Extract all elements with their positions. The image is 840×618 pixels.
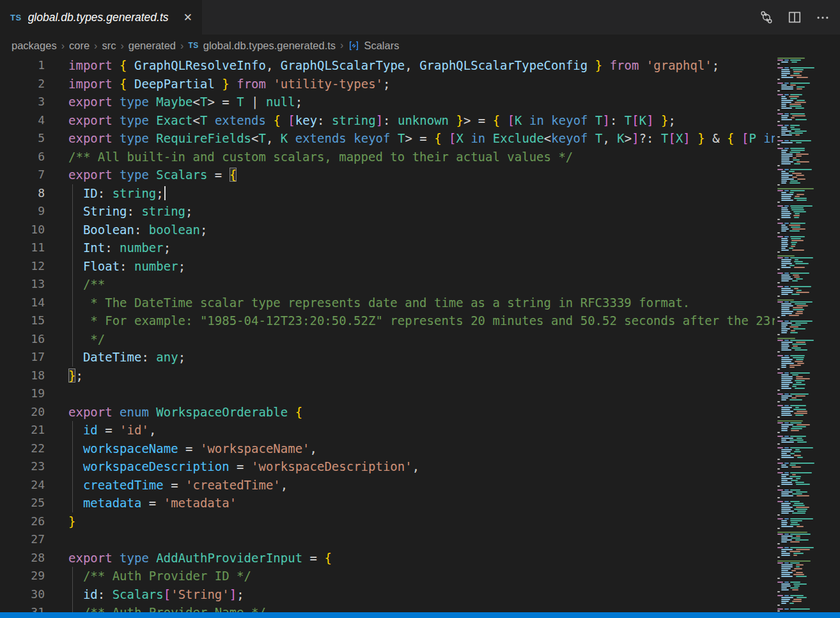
minimap-line — [777, 59, 783, 61]
minimap-line — [795, 349, 807, 351]
open-changes-icon[interactable] — [757, 8, 776, 27]
code-line[interactable]: 16 */ — [0, 330, 775, 349]
minimap-line — [777, 299, 794, 301]
code-line[interactable]: 26} — [0, 512, 775, 531]
minimap-line — [777, 188, 814, 189]
code-line[interactable]: 24 createdTime = 'createdTime', — [0, 476, 775, 495]
minimap-line — [789, 476, 801, 477]
minimap-line — [777, 591, 780, 592]
minimap-line — [792, 250, 805, 251]
minimap-line — [794, 288, 798, 289]
minimap-line — [791, 570, 796, 571]
minimap-line — [793, 211, 806, 212]
minimap[interactable] — [775, 56, 840, 612]
code-line[interactable]: 19 — [0, 384, 775, 403]
minimap-line — [781, 572, 793, 573]
minimap-line — [790, 518, 813, 519]
minimap-line — [795, 102, 805, 103]
code-line[interactable]: 20export enum WorkspaceOrderable { — [0, 403, 775, 422]
minimap-line — [781, 163, 791, 164]
code-line[interactable]: 7export type Scalars = { — [0, 166, 775, 184]
close-tab-icon[interactable]: ✕ — [180, 10, 196, 26]
code-line[interactable]: 28export type AddAuthProviderInput = { — [0, 549, 775, 567]
minimap-line — [790, 372, 810, 374]
code-line[interactable]: 17 DateTime: any; — [0, 348, 775, 367]
code-line[interactable]: 18}; — [0, 367, 775, 385]
code-line[interactable]: 4export type Exact<T extends { [key: str… — [0, 111, 775, 130]
minimap-line — [784, 286, 789, 287]
minimap-line — [781, 511, 794, 512]
code-line[interactable]: 22 workspaceName = 'workspaceName', — [0, 440, 775, 458]
split-editor-icon[interactable] — [785, 8, 804, 27]
code-line[interactable]: 29 /** Auth Provider ID */ — [0, 567, 775, 585]
line-number: 6 — [0, 148, 45, 166]
breadcrumb-file-label: global.db.types.generated.ts — [203, 40, 336, 52]
minimap-line — [784, 321, 789, 322]
code-line[interactable]: 8 ID: string; — [0, 184, 775, 203]
code-text: DateTime: any; — [68, 348, 185, 367]
more-actions-icon[interactable] — [813, 8, 832, 27]
code-line[interactable]: 1import { GraphQLResolveInfo, GraphQLSca… — [0, 56, 775, 75]
minimap-line — [791, 522, 798, 523]
code-line[interactable]: 15 * For example: "1985-04-12T23:20:50.5… — [0, 312, 775, 330]
minimap-line — [781, 71, 790, 72]
minimap-line — [795, 107, 804, 109]
minimap-line — [784, 169, 789, 170]
minimap-line — [791, 294, 799, 295]
tab-global-db-types-generated[interactable]: TS global.db.types.generated.ts ✕ — [0, 0, 202, 35]
code-line[interactable]: 6/** All built-in and custom scalars, ma… — [0, 148, 775, 166]
breadcrumb-item-generated[interactable]: generated — [128, 40, 176, 51]
code-line[interactable]: 2import { DeepPartial } from 'utility-ty… — [0, 75, 775, 93]
code-line[interactable]: 10 Boolean: boolean; — [0, 221, 775, 239]
code-area[interactable]: 1import { GraphQLResolveInfo, GraphQLSca… — [0, 56, 775, 612]
minimap-line — [790, 447, 813, 448]
minimap-line — [792, 228, 805, 230]
minimap-line — [781, 248, 786, 249]
minimap-line — [781, 476, 786, 477]
minimap-line — [791, 244, 797, 245]
minimap-line — [777, 136, 780, 138]
minimap-line — [777, 582, 783, 583]
minimap-line — [790, 321, 813, 322]
breadcrumb-item-file[interactable]: TS global.db.types.generated.ts — [188, 40, 336, 52]
minimap-line — [789, 182, 800, 184]
code-line[interactable]: 25 metadata = 'metadata' — [0, 494, 775, 512]
breadcrumb-item-symbol[interactable]: Scalars — [348, 40, 399, 52]
minimap-line — [781, 426, 789, 427]
minimap-line — [784, 372, 789, 374]
code-line[interactable]: 27 — [0, 530, 775, 549]
code-line[interactable]: 30 id: Scalars['String']; — [0, 585, 775, 604]
code-text: /** Auth Provider ID */ — [68, 567, 251, 585]
code-line[interactable]: 31 /** Auth Provider Name */ — [0, 603, 775, 612]
minimap-line — [795, 303, 806, 305]
code-line[interactable]: 14 * The DateTime scalar type represents… — [0, 294, 775, 312]
minimap-line — [781, 200, 793, 201]
minimap-line — [777, 486, 780, 487]
breadcrumb-item-packages[interactable]: packages — [12, 40, 57, 51]
line-number: 19 — [0, 384, 45, 403]
minimap-line — [794, 509, 807, 510]
code-line[interactable]: 11 Int: number; — [0, 239, 775, 257]
code-line[interactable]: 9 String: string; — [0, 202, 775, 221]
breadcrumb-item-core[interactable]: core — [69, 40, 89, 51]
code-line[interactable]: 5export type RequireFields<T, K extends … — [0, 129, 775, 148]
minimap-line — [777, 63, 780, 65]
minimap-line — [792, 474, 796, 475]
minimap-line — [794, 455, 801, 456]
minimap-line — [791, 240, 804, 241]
typescript-file-icon: TS — [10, 13, 22, 22]
minimap-line — [781, 482, 792, 483]
code-line[interactable]: 3export type Maybe<T> = T | null; — [0, 93, 775, 111]
code-line[interactable]: 13 /** — [0, 275, 775, 294]
minimap-line — [792, 115, 805, 116]
breadcrumb-item-src[interactable]: src — [102, 40, 116, 51]
code-line[interactable]: 21 id = 'id', — [0, 421, 775, 440]
code-line[interactable]: 23 workspaceDescription = 'workspaceDesc… — [0, 457, 775, 476]
minimap-line — [781, 549, 793, 550]
minimap-line — [790, 140, 811, 141]
minimap-line — [777, 393, 783, 395]
minimap-line — [790, 273, 809, 274]
minimap-line — [781, 495, 793, 496]
minimap-line — [790, 541, 800, 543]
code-line[interactable]: 12 Float: number; — [0, 257, 775, 276]
